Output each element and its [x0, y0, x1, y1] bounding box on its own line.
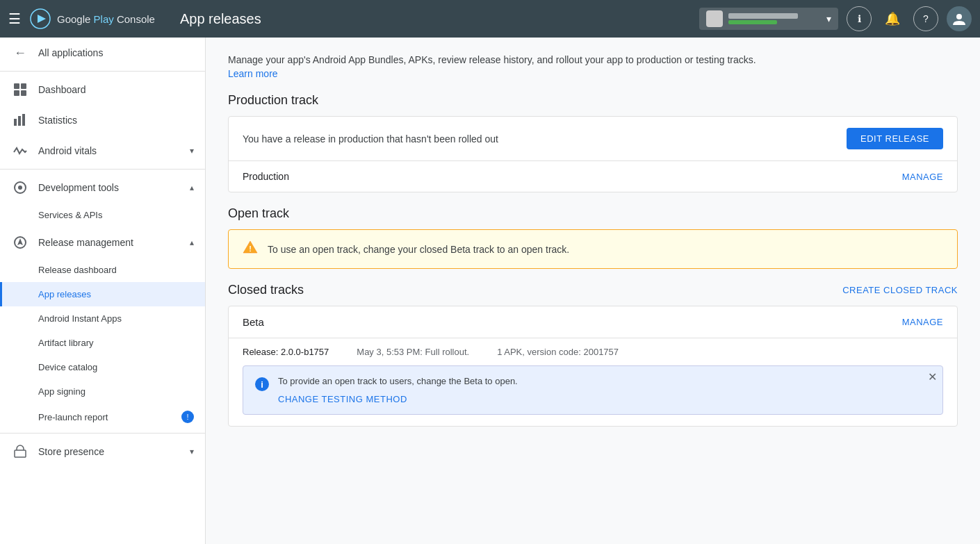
svg-text:i: i [261, 379, 263, 390]
sidebar-device-catalog-label: Device catalog [38, 362, 97, 372]
learn-more-link[interactable]: Learn more [228, 68, 278, 79]
close-info-button[interactable]: ✕ [928, 372, 937, 383]
open-track-title: Open track [228, 206, 958, 221]
release-management-icon [13, 236, 27, 249]
development-tools-icon [13, 181, 27, 195]
sidebar-item-store-presence[interactable]: Store presence ▾ [0, 436, 205, 467]
sidebar-divider-2 [0, 169, 205, 170]
notification-button[interactable]: 🔔 [880, 6, 905, 31]
release-date: May 3, 5:53 PM: Full rollout. [357, 347, 469, 357]
app-selector[interactable]: ▾ [699, 8, 838, 30]
sidebar-app-releases-label: App releases [38, 289, 91, 299]
svg-point-2 [956, 14, 962, 19]
logo-icon [29, 8, 51, 30]
info-content: To provide an open track to users, chang… [278, 376, 931, 404]
change-testing-method-button[interactable]: CHANGE TESTING METHOD [278, 394, 407, 404]
open-track-warning: ! To use an open track, change your clos… [228, 229, 958, 269]
beta-title: Beta [243, 316, 264, 328]
store-presence-expand-icon: ▾ [190, 447, 194, 456]
sidebar-item-release-management[interactable]: Release management ▴ [0, 227, 205, 258]
sidebar-android-vitals-label: Android vitals [38, 145, 179, 156]
sidebar-services-apis-label: Services & APIs [38, 210, 102, 220]
dashboard-icon [13, 83, 27, 97]
sidebar-pre-launch-report-label: Pre-launch report [38, 412, 108, 422]
svg-rect-13 [15, 450, 26, 457]
production-track-title: Production track [228, 93, 958, 108]
sidebar-sub-item-services-apis[interactable]: Services & APIs [0, 203, 205, 227]
top-header: ☰ Google Play Console App releases ▾ ℹ 🔔… [0, 0, 980, 38]
svg-point-11 [18, 186, 22, 190]
svg-text:!: ! [249, 245, 252, 253]
avatar-icon [952, 11, 967, 26]
sidebar-release-dashboard-label: Release dashboard [38, 265, 117, 275]
closed-tracks-header: Closed tracks CREATE CLOSED TRACK [228, 283, 958, 297]
logo[interactable]: Google Play Console [29, 8, 155, 30]
sidebar-item-dashboard[interactable]: Dashboard [0, 74, 205, 105]
sidebar-item-development-tools[interactable]: Development tools ▴ [0, 172, 205, 203]
beta-release-info: Release: 2.0.0-b1757 May 3, 5:53 PM: Ful… [229, 338, 957, 365]
production-row: Production MANAGE [229, 161, 957, 192]
app-name-bar [728, 13, 821, 24]
open-track-warning-text: To use an open track, change your closed… [268, 244, 569, 255]
sidebar: ← All applications Dashboard Statistics … [0, 38, 206, 544]
production-manage-button[interactable]: MANAGE [902, 172, 943, 182]
info-button[interactable]: ℹ [847, 6, 872, 31]
closed-tracks-title: Closed tracks [228, 283, 304, 297]
sidebar-sub-item-device-catalog[interactable]: Device catalog [0, 355, 205, 379]
sidebar-item-all-applications[interactable]: ← All applications [0, 38, 205, 68]
app-layout: ← All applications Dashboard Statistics … [0, 38, 980, 544]
release-apk: 1 APK, version code: 2001757 [497, 347, 619, 357]
production-alert-row: You have a release in production that ha… [229, 117, 957, 161]
sidebar-dashboard-label: Dashboard [38, 84, 194, 95]
sidebar-sub-item-app-releases[interactable]: App releases [0, 282, 205, 306]
sidebar-dev-tools-label: Development tools [38, 182, 179, 193]
sidebar-sub-item-pre-launch-report[interactable]: Pre-launch report ! [0, 404, 205, 430]
page-title: App releases [180, 11, 261, 27]
app-icon [706, 10, 723, 27]
sidebar-statistics-label: Statistics [38, 115, 194, 126]
svg-rect-8 [18, 116, 21, 126]
main-content: Manage your app's Android App Bundles, A… [206, 38, 980, 544]
sidebar-back-label: All applications [38, 47, 194, 58]
sidebar-sub-item-release-dashboard[interactable]: Release dashboard [0, 258, 205, 282]
svg-rect-3 [14, 83, 19, 89]
back-icon: ← [13, 46, 27, 60]
logo-text: Google Play Console [57, 13, 155, 25]
sidebar-sub-item-artifact-library[interactable]: Artifact library [0, 331, 205, 355]
edit-release-button[interactable]: EDIT RELEASE [847, 128, 943, 149]
sidebar-item-android-vitals[interactable]: Android vitals ▾ [0, 135, 205, 166]
statistics-icon [13, 113, 27, 127]
warning-icon: ! [243, 240, 258, 258]
sidebar-artifact-library-label: Artifact library [38, 338, 93, 348]
create-closed-track-button[interactable]: CREATE CLOSED TRACK [842, 285, 958, 295]
sidebar-release-mgmt-label: Release management [38, 237, 179, 248]
svg-rect-6 [21, 90, 26, 96]
hamburger-menu-button[interactable]: ☰ [8, 10, 21, 27]
sidebar-store-presence-label: Store presence [38, 446, 179, 457]
help-button[interactable]: ? [913, 6, 938, 31]
beta-manage-button[interactable]: MANAGE [902, 317, 943, 327]
avatar-button[interactable] [947, 6, 972, 31]
beta-info-box: i To provide an open track to users, cha… [243, 365, 943, 415]
production-alert-text: You have a release in production that ha… [243, 133, 498, 145]
store-presence-icon [13, 445, 27, 459]
sidebar-item-statistics[interactable]: Statistics [0, 105, 205, 135]
info-icon: i [254, 377, 270, 395]
release-mgmt-expand-icon: ▴ [190, 238, 194, 247]
dropdown-icon: ▾ [826, 13, 831, 24]
sidebar-android-instant-apps-label: Android Instant Apps [38, 313, 122, 324]
svg-rect-9 [22, 114, 25, 126]
beta-card: Beta MANAGE Release: 2.0.0-b1757 May 3, … [228, 306, 958, 427]
release-label: Release: 2.0.0-b1757 [243, 347, 329, 357]
dev-tools-expand-icon: ▴ [190, 183, 194, 192]
beta-header: Beta MANAGE [229, 306, 957, 338]
sidebar-app-signing-label: App signing [38, 386, 85, 397]
description-text: Manage your app's Android App Bundles, A… [228, 54, 958, 65]
production-label: Production [243, 171, 289, 182]
sidebar-sub-item-android-instant-apps[interactable]: Android Instant Apps [0, 306, 205, 331]
svg-rect-7 [14, 119, 17, 126]
svg-rect-5 [14, 90, 19, 96]
production-track-card: You have a release in production that ha… [228, 116, 958, 192]
sidebar-sub-item-app-signing[interactable]: App signing [0, 379, 205, 404]
android-vitals-icon [13, 144, 27, 158]
